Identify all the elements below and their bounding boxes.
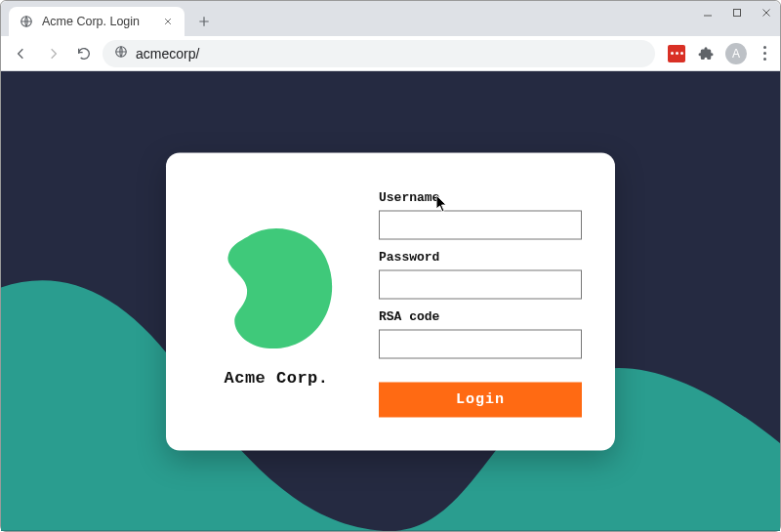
login-button[interactable]: Login: [379, 382, 582, 417]
password-label: Password: [379, 249, 582, 264]
menu-kebab-icon[interactable]: [757, 46, 772, 61]
login-form: Username Password RSA code Login: [379, 185, 582, 417]
password-input[interactable]: [379, 269, 582, 299]
maximize-icon[interactable]: [729, 5, 745, 20]
username-label: Username: [379, 189, 582, 204]
browser-window: Acme Corp. Login acmecorp/: [0, 0, 781, 532]
page-viewport: Acme Corp. Username Password RSA code Lo…: [1, 71, 780, 531]
tab-active[interactable]: Acme Corp. Login: [9, 7, 185, 36]
extension-icon[interactable]: [667, 44, 686, 63]
url-text: acmecorp/: [136, 46, 199, 61]
rsa-input[interactable]: [379, 329, 582, 358]
toolbar: acmecorp/ A: [1, 36, 780, 71]
new-tab-button[interactable]: [190, 8, 218, 35]
red-extension-icon: [668, 45, 685, 62]
brand-block: Acme Corp.: [193, 185, 359, 417]
close-icon[interactable]: [161, 15, 175, 28]
login-card: Acme Corp. Username Password RSA code Lo…: [166, 152, 615, 450]
window-close-icon[interactable]: [759, 5, 774, 20]
minimize-icon[interactable]: [700, 5, 716, 20]
avatar-initial: A: [732, 47, 740, 61]
extensions-puzzle-icon[interactable]: [696, 44, 716, 63]
reload-button[interactable]: [71, 41, 97, 66]
back-button[interactable]: [9, 41, 34, 66]
address-bar[interactable]: acmecorp/: [103, 40, 655, 67]
window-controls: [700, 5, 774, 20]
brand-name: Acme Corp.: [224, 368, 328, 387]
profile-avatar[interactable]: A: [725, 43, 747, 64]
tab-title: Acme Corp. Login: [42, 15, 153, 28]
globe-icon: [114, 45, 128, 61]
brand-blob-icon: [203, 216, 349, 362]
forward-button[interactable]: [40, 41, 65, 66]
username-input[interactable]: [379, 210, 582, 239]
globe-icon: [19, 14, 34, 29]
svg-rect-1: [734, 10, 741, 17]
toolbar-right: A: [661, 43, 772, 64]
tab-strip: Acme Corp. Login: [1, 1, 780, 36]
rsa-label: RSA code: [379, 308, 582, 323]
